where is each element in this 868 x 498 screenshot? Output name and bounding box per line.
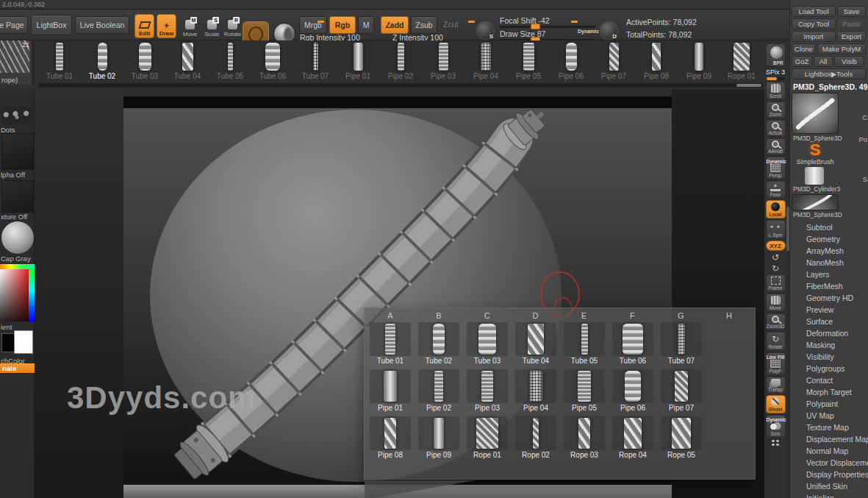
canvas-tool-button[interactable]: Move [766, 294, 786, 312]
matcap-material-button[interactable] [1, 221, 34, 254]
canvas-tool-button[interactable]: Zoom3D [766, 313, 786, 330]
subpalette-item[interactable]: Displacement Map [790, 433, 868, 445]
palette-cell[interactable]: Rope 05 [657, 416, 706, 463]
palette-cell[interactable]: Tube 07 [657, 321, 706, 369]
canvas-tool-button[interactable]: Dynamic Persp [766, 157, 786, 179]
canvas-tool-button[interactable] [766, 252, 786, 262]
saturation-area[interactable] [0, 269, 29, 321]
draw-button[interactable]: + Draw [157, 14, 176, 38]
palette-cell[interactable]: Rope 04 [609, 416, 657, 463]
palette-cell[interactable]: Tube 01 [366, 321, 415, 369]
tool-panel-button[interactable]: GoZ [792, 56, 812, 67]
canvas-tool-button[interactable]: Scroll [766, 82, 786, 100]
palette-cell[interactable]: Pipe 07 [657, 369, 706, 416]
focal-shift-handle[interactable] [531, 24, 540, 29]
shelf-item[interactable]: Pipe 04 [465, 40, 507, 82]
stroke-picker-button[interactable]: S [476, 21, 495, 40]
shelf-item[interactable]: Tube 02 [81, 40, 123, 82]
subpalette-item[interactable]: Unified Skin [790, 480, 868, 492]
tool-panel-button[interactable]: Make PolyM [817, 43, 866, 54]
shelf-item[interactable]: Tube 01 [38, 40, 81, 82]
shelf-item[interactable]: Tube 06 [251, 40, 294, 82]
hue-strip[interactable] [29, 269, 35, 321]
subpalette-item[interactable]: Normal Map [790, 445, 868, 457]
shelf-prev-item[interactable]: 21 rope) [0, 40, 35, 85]
lightbox-button[interactable]: LightBox [31, 15, 72, 35]
color-picker[interactable] [0, 264, 35, 321]
edit-button[interactable]: Edit [134, 14, 154, 38]
subpalette-item[interactable]: Vector Displacement [790, 457, 868, 469]
texture-off-button[interactable] [1, 180, 34, 213]
subpalette-item[interactable]: FiberMesh [790, 280, 868, 292]
cylinder-tool-thumbnail[interactable] [805, 167, 824, 185]
sphere-tool-thumbnail[interactable] [792, 194, 839, 210]
simplebrush-icon[interactable]: S [792, 142, 839, 158]
palette-cell[interactable]: Pipe 04 [512, 369, 560, 416]
shelf-scrollbar-handle[interactable] [736, 84, 761, 87]
zadd-button[interactable]: Zadd [381, 16, 409, 34]
subpalette-item[interactable]: Initialize [790, 492, 868, 498]
shelf-item[interactable]: Pipe 02 [379, 40, 422, 82]
alpha-off-button[interactable] [1, 133, 34, 170]
document-canvas[interactable]: 3Dyyds.com ABCDEFGH Tube 01 Tube 02 [35, 89, 764, 498]
palette-cell[interactable]: Rope 01 [463, 416, 512, 463]
palette-cell[interactable]: Pipe 01 [366, 369, 415, 416]
shelf-item[interactable]: Pipe 03 [422, 40, 465, 82]
canvas-tool-button[interactable] [766, 263, 786, 273]
canvas-tool-button[interactable] [766, 439, 786, 447]
tool-panel-button[interactable]: Copy Tool [792, 18, 836, 29]
subpalette-item[interactable]: Texture Map [790, 421, 868, 433]
live-boolean-button[interactable]: Live Boolean [75, 16, 129, 34]
palette-cell[interactable]: Pipe 03 [463, 369, 512, 416]
subpalette-item[interactable]: Geometry [790, 233, 868, 245]
tool-panel-button[interactable]: Load Tool [792, 6, 836, 17]
palette-cell[interactable]: Pipe 06 [609, 369, 657, 416]
dynamic-toggle[interactable]: Dynamic [578, 29, 599, 34]
shelf-item[interactable]: Tube 03 [123, 40, 166, 82]
stroke-preview-button[interactable] [1, 107, 32, 124]
canvas-tool-button[interactable]: Transp [766, 377, 786, 394]
subpalette-item[interactable]: Polygroups [790, 363, 868, 374]
tool-panel-button[interactable]: Lightbox▶Tools [792, 68, 866, 79]
subpalette-item[interactable]: Surface [790, 316, 868, 327]
canvas-tool-button[interactable]: L.Sym [766, 220, 786, 239]
palette-cell[interactable]: Tube 04 [512, 321, 560, 369]
palette-cell[interactable]: Tube 06 [609, 321, 657, 369]
palette-cell[interactable]: Tube 02 [415, 321, 463, 369]
alpha-picker-button[interactable]: D [600, 21, 618, 40]
active-tool-thumbnail[interactable] [792, 93, 839, 134]
subpalette-item[interactable]: Display Properties [790, 469, 868, 480]
palette-cell[interactable]: Pipe 08 [366, 416, 415, 463]
shelf-item[interactable]: Pipe 07 [592, 40, 635, 82]
subpalette-item[interactable]: Morph Target [790, 386, 868, 398]
subpalette-item[interactable]: Polypaint [790, 398, 868, 410]
shelf-scrollbar[interactable] [38, 83, 763, 88]
shelf-item[interactable]: Pipe 06 [550, 40, 592, 82]
canvas-tool-button[interactable]: Floor [766, 181, 786, 199]
rotate-button[interactable]: R Rotate [223, 14, 243, 38]
move-button[interactable]: M Move [180, 14, 200, 38]
subpalette-item[interactable]: Subtool [790, 221, 868, 233]
rgb-button[interactable]: Rgb [329, 16, 356, 34]
tool-panel-button[interactable]: All [814, 56, 833, 67]
m-button[interactable]: M [358, 16, 374, 34]
subpalette-item[interactable]: NanoMesh [790, 257, 868, 268]
tool-panel-button[interactable]: Clone [792, 43, 816, 54]
palette-cell[interactable]: Pipe 09 [415, 416, 463, 463]
subpalette-item[interactable]: UV Map [790, 410, 868, 421]
zsub-button[interactable]: Zsub [411, 16, 437, 34]
palette-cell[interactable]: Tube 03 [463, 321, 512, 369]
spix-slider[interactable] [767, 77, 784, 80]
zcut-button[interactable]: Zcut [443, 20, 458, 29]
shelf-item[interactable]: Tube 04 [166, 40, 209, 82]
bpr-render-button[interactable]: BPR [766, 43, 786, 67]
tool-panel-button[interactable]: Save [837, 6, 866, 17]
canvas-tool-button[interactable]: Local [766, 200, 786, 218]
subpalette-item[interactable]: Layers [790, 268, 868, 280]
tool-panel-button[interactable]: Paste [837, 18, 866, 29]
palette-cell[interactable]: Rope 03 [560, 416, 609, 463]
subpalette-item[interactable]: Visibility [790, 351, 868, 363]
subpalette-item[interactable]: Geometry HD [790, 292, 868, 304]
shelf-item[interactable]: Rope 01 [720, 40, 763, 82]
primary-color-swatch[interactable] [14, 330, 33, 354]
